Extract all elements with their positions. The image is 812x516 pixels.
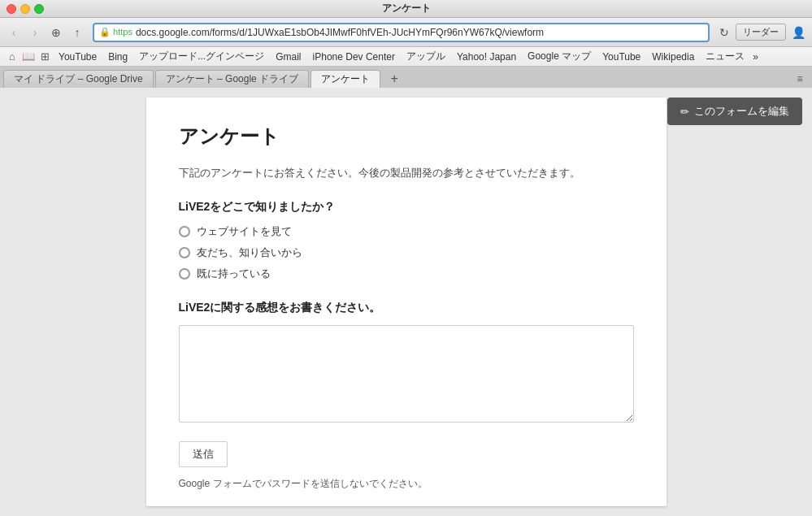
close-button[interactable] [7,4,16,14]
form-title: アンケート [179,124,634,150]
radio-option-2[interactable]: 友だち、知り合いから [179,245,634,260]
back-button[interactable]: ‹ [5,24,23,41]
window-controls [7,4,44,14]
form-container: アンケート 下記のアンケートにお答えください。今後の製品開発の参考とさせていただ… [146,98,667,506]
share-button[interactable]: ↑ [68,24,86,41]
bookmark-news[interactable]: ニュース [701,48,749,65]
content-area: ✏ このフォームを編集 アンケート 下記のアンケートにお答えください。今後の製品… [0,88,812,516]
tab-google-form-drive[interactable]: アンケート – Google ドライブ [155,70,309,88]
content-wrapper: アンケート 下記のアンケートにお答えください。今後の製品開発の参考とさせていただ… [0,88,812,516]
bookmark-grid-icon[interactable]: ⊞ [37,50,52,64]
edit-form-label: このフォームを編集 [694,104,789,119]
form-warning: Google フォームでパスワードを送信しないでください。 [179,477,634,491]
toolbar: ‹ › ⊕ ↑ 🔒 https docs.google.com/forms/d/… [0,18,812,47]
bookmarks-more-icon[interactable]: » [753,51,758,63]
bookmark-gmail[interactable]: Gmail [271,50,306,64]
reader-button[interactable]: リーダー [736,24,786,41]
bookmark-yahoo[interactable]: Yahoo! Japan [452,50,521,64]
profile-button[interactable]: 👤 [789,24,807,41]
bookmark-reader-icon[interactable]: 📖 [21,50,36,64]
address-bar[interactable]: 🔒 https docs.google.com/forms/d/1JUWxaE1… [93,23,710,42]
bookmark-google-maps[interactable]: Google マップ [523,48,596,65]
history-button[interactable]: ⊕ [47,24,65,41]
radio-option-3[interactable]: 既に持っている [179,267,634,281]
question1-group: LiVE2をどこで知りましたか？ ウェブサイトを見て 友だち、知り合いから 既に… [179,200,634,281]
bookmark-wikipedia[interactable]: Wikipedia [647,50,699,64]
title-bar: アンケート [0,0,812,18]
feedback-textarea[interactable] [179,325,634,423]
radio-circle-3[interactable] [179,268,190,280]
refresh-button[interactable]: ↻ [716,24,732,41]
tab-google-form-drive-label: アンケート – Google ドライブ [166,72,298,86]
minimize-button[interactable] [20,4,30,14]
radio-label-2: 友だち、知り合いから [197,245,302,260]
window-title: アンケート [382,2,431,15]
bookmark-youtube[interactable]: YouTube [54,50,102,64]
radio-label-1: ウェブサイトを見て [197,224,292,239]
question2-group: LiVE2に関する感想をお書きください。 [179,301,634,425]
maximize-button[interactable] [34,4,44,14]
bookmark-bing[interactable]: Bing [103,50,132,64]
new-tab-button[interactable]: + [385,70,403,88]
radio-circle-2[interactable] [179,247,190,258]
bookmarks-bar: ⌂ 📖 ⊞ YouTube Bing アップロード...グインページ Gmail… [0,47,812,67]
bookmark-home-icon[interactable]: ⌂ [5,50,20,64]
tab-anketo[interactable]: アンケート [310,70,380,88]
bookmark-iphone-dev[interactable]: iPhone Dev Center [308,50,400,64]
submit-button[interactable]: 送信 [179,441,228,467]
tabs-bar: マイ ドライブ – Google Drive アンケート – Google ドラ… [0,67,812,88]
form-description: 下記のアンケートにお答えください。今後の製品開発の参考とさせていただきます。 [179,166,634,180]
bookmark-upload[interactable]: アップロード...グインページ [134,48,269,65]
tab-google-drive[interactable]: マイ ドライブ – Google Drive [3,70,154,88]
address-text: docs.google.com/forms/d/1JUWxaE1sbOb4JIM… [136,27,703,38]
radio-label-3: 既に持っている [197,267,271,281]
forward-button[interactable]: › [26,24,44,41]
radio-circle-1[interactable] [179,226,190,237]
bookmark-youtube2[interactable]: YouTube [597,50,645,64]
tab-menu-button[interactable]: ≡ [791,70,809,88]
bookmark-apple[interactable]: アップル [402,48,450,65]
question1-label: LiVE2をどこで知りましたか？ [179,200,634,215]
edit-form-button[interactable]: ✏ このフォームを編集 [667,98,802,125]
tab-google-drive-label: マイ ドライブ – Google Drive [14,72,143,86]
radio-option-1[interactable]: ウェブサイトを見て [179,224,634,239]
tab-anketo-label: アンケート [321,72,370,86]
ssl-icon: 🔒 https [99,27,132,37]
edit-icon: ✏ [680,106,689,118]
question2-label: LiVE2に関する感想をお書きください。 [179,301,634,315]
